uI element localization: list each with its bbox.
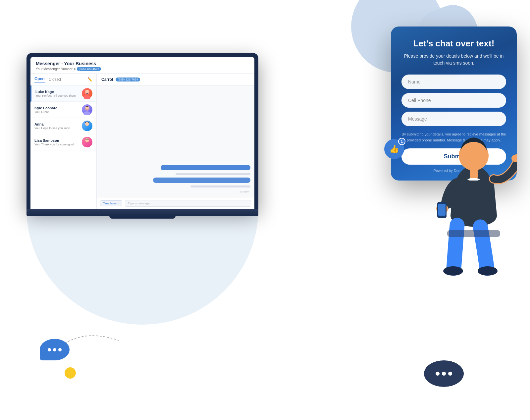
- svg-point-4: [84, 111, 90, 115]
- chat-panel: Carrol (555) 321-7654 1:25 pm: [97, 74, 254, 209]
- message-placeholder-card: Message: [408, 116, 427, 122]
- contact-item-anna[interactable]: Anna You: Hope to see you soon.: [30, 118, 96, 134]
- avatar-kyle: [82, 104, 92, 115]
- svg-point-1: [84, 95, 90, 99]
- yellow-dot: [65, 367, 76, 379]
- dark-dot-3: [448, 372, 452, 376]
- contact-item-kyle[interactable]: Kyle Leonard You: Great!: [30, 102, 96, 118]
- dark-dot-1: [436, 372, 440, 376]
- person-illustration: [431, 99, 517, 285]
- dark-dot-2: [442, 372, 446, 376]
- laptop-screen-inner: Messenger - Your Business Your Messenger…: [30, 57, 254, 209]
- dot-separator: [74, 68, 76, 70]
- svg-rect-12: [470, 169, 478, 179]
- like-button[interactable]: 👍 1: [384, 139, 404, 159]
- bubble-dot-2: [53, 348, 56, 351]
- chat-messages: 1:25 pm: [97, 85, 254, 197]
- message-line-2: [190, 185, 250, 187]
- avatar-luke: [82, 88, 92, 99]
- contact-preview-lisa: You: Thank you for coming in!: [34, 143, 82, 146]
- message-line-1: [176, 173, 250, 175]
- edit-icon[interactable]: ✏️: [87, 77, 92, 82]
- laptop: Messenger - Your Business Your Messenger…: [26, 53, 258, 216]
- svg-point-17: [511, 154, 517, 162]
- chat-header: Carrol (555) 321-7654: [97, 74, 254, 85]
- chat-contact-name: Carrol: [101, 77, 113, 82]
- message-bubble-1: [161, 165, 250, 170]
- chat-card-title: Let's chat over text!: [401, 38, 506, 49]
- templates-button[interactable]: Templates =: [100, 200, 122, 206]
- tab-closed[interactable]: Closed: [49, 77, 61, 82]
- chat-bubble-right: [424, 360, 464, 387]
- svg-point-18: [443, 266, 463, 276]
- bubble-dot-3: [58, 348, 62, 351]
- messenger-title: Messenger - Your Business: [36, 61, 249, 66]
- chat-bubble-left: [40, 339, 70, 360]
- contact-info-lisa: Lisa Sampson You: Thank you for coming i…: [34, 138, 82, 146]
- chat-phone-badge: (555) 321-7654: [116, 78, 140, 81]
- contact-name-kyle: Kyle Leonard: [34, 106, 82, 110]
- contact-name-anna: Anna: [34, 122, 82, 126]
- contact-name-luke: Luke Kage: [35, 90, 82, 94]
- contacts-panel: Open Closed ✏️ Luke Kage You: Perfect - …: [30, 74, 97, 209]
- contact-preview-luke: You: Perfect - I'll see you then!: [35, 94, 82, 97]
- phone-placeholder: Cell Phone: [408, 98, 431, 103]
- contact-info-kyle: Kyle Leonard You: Great!: [34, 106, 82, 114]
- phone-badge: (555) 123-4567: [77, 67, 101, 71]
- svg-rect-16: [438, 204, 446, 216]
- like-badge: 1: [398, 138, 405, 145]
- message-bubble-2: [153, 178, 250, 183]
- messenger-number-label: Your Messenger Number: [36, 67, 73, 71]
- chat-card-subtitle: Please provide your details below and we…: [401, 53, 506, 67]
- name-field[interactable]: Name: [401, 75, 506, 89]
- laptop-screen-outer: Messenger - Your Business Your Messenger…: [26, 53, 258, 209]
- svg-point-2: [85, 90, 89, 93]
- contact-item-luke[interactable]: Luke Kage You: Perfect - I'll see you th…: [30, 85, 96, 102]
- contact-info-anna: Anna You: Hope to see you soon.: [34, 122, 82, 130]
- name-placeholder: Name: [408, 79, 420, 84]
- like-decoration: 👍 1: [384, 139, 404, 159]
- avatar-lisa: [82, 137, 92, 147]
- avatar-anna: [82, 121, 92, 131]
- bubble-dot-1: [48, 348, 51, 351]
- tab-open[interactable]: Open: [34, 77, 45, 82]
- contact-name-lisa: Lisa Sampson: [34, 138, 82, 142]
- contact-info-luke: Luke Kage You: Perfect - I'll see you th…: [35, 90, 82, 97]
- contact-preview-anna: You: Hope to see you soon.: [34, 127, 82, 130]
- contact-item-lisa[interactable]: Lisa Sampson You: Thank you for coming i…: [30, 134, 96, 150]
- chat-footer: Templates = Type a message ...: [97, 197, 254, 209]
- svg-point-7: [85, 122, 89, 126]
- svg-point-19: [478, 266, 498, 276]
- templates-label: Templates =: [103, 202, 119, 205]
- message-input[interactable]: Type a message ...: [125, 200, 251, 207]
- messenger-body: Open Closed ✏️ Luke Kage You: Perfect - …: [30, 74, 254, 209]
- message-placeholder: Type a message ...: [128, 202, 153, 205]
- svg-rect-20: [447, 230, 500, 237]
- messenger-number: Your Messenger Number (555) 123-4567: [36, 67, 249, 71]
- contact-list: Luke Kage You: Perfect - I'll see you th…: [30, 85, 96, 209]
- messenger-header: Messenger - Your Business Your Messenger…: [30, 57, 254, 74]
- contacts-tabs: Open Closed ✏️: [30, 74, 96, 85]
- laptop-base: [26, 209, 258, 216]
- timestamp: 1:25 pm: [239, 190, 249, 193]
- contact-preview-kyle: You: Great!: [34, 110, 82, 114]
